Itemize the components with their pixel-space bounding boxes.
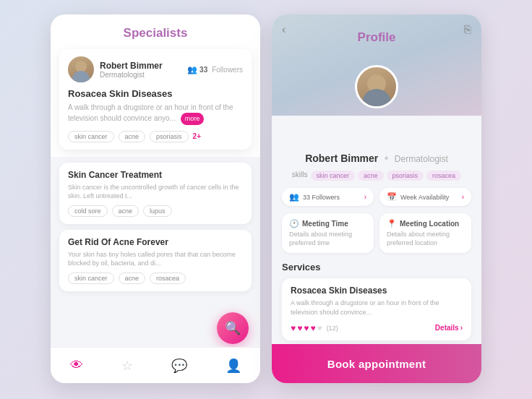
- bottom-nav: 👁 ☆ 💬 👤: [51, 347, 260, 383]
- heart-3: ♥: [304, 323, 309, 333]
- tag-psoriasis[interactable]: psoriasis: [150, 131, 189, 142]
- meeting-time-text: Details about meeting preferred time: [289, 231, 366, 247]
- location-icon: 📍: [387, 219, 397, 228]
- spec-name: Robert Bimmer: [100, 61, 163, 71]
- mini-card-2[interactable]: Get Rid Of Acne Forever Your skin has ti…: [59, 230, 252, 291]
- nav-profile[interactable]: 👤: [226, 358, 241, 374]
- skill-psoriasis[interactable]: psoriasis: [387, 171, 424, 181]
- heart-1: ♥: [291, 323, 296, 333]
- heart-2: ♥: [297, 323, 302, 333]
- screen-wrapper: Specialists Robert Bimmer Dermatologist …: [0, 0, 532, 399]
- meeting-time-box: 🕐 Meeting Time Details about meeting pre…: [282, 213, 374, 253]
- availability-icon: 📅: [387, 192, 397, 202]
- mini-card-2-title: Get Rid Of Acne Forever: [68, 237, 243, 247]
- mini-card-1[interactable]: Skin Cancer Treatment Skin cancer is the…: [59, 163, 252, 224]
- featured-article-title: Rosacea Skin Diseases: [68, 88, 243, 99]
- tag-rosacea[interactable]: rosacea: [150, 273, 186, 284]
- mini-card-2-text: Your skin has tiny holes called pores th…: [68, 250, 243, 268]
- spec-role: Dermatologist: [100, 71, 163, 79]
- search-fab[interactable]: 🔍: [217, 312, 249, 344]
- followers-pill-text: 33 Followers: [303, 194, 340, 201]
- heart-5: ♥: [317, 323, 322, 333]
- specialist-card[interactable]: Robert Bimmer Dermatologist 👥 33 Followe…: [59, 49, 252, 150]
- skill-acne[interactable]: acne: [358, 171, 384, 181]
- back-button[interactable]: ‹: [282, 23, 286, 36]
- service-1-footer: ♥ ♥ ♥ ♥ ♥ (12) Details ›: [291, 323, 463, 333]
- detail-row: 🕐 Meeting Time Details about meeting pre…: [282, 213, 471, 253]
- skill-skin-cancer[interactable]: skin cancer: [311, 171, 356, 181]
- profile-dot: •: [385, 152, 389, 164]
- profile-header: ‹ Profile ⎘: [272, 14, 481, 116]
- featured-article-excerpt: A walk through a drugstore or an hour in…: [68, 103, 243, 125]
- info-row: 👥 33 Followers › 📅 Week Availability ›: [282, 188, 471, 206]
- left-title: Specialists: [62, 26, 249, 40]
- more-link[interactable]: more: [181, 113, 205, 125]
- specialist-info: Robert Bimmer Dermatologist: [68, 56, 163, 82]
- clock-icon: 🕐: [289, 219, 299, 228]
- tag-cold-sore[interactable]: cold sore: [68, 205, 108, 217]
- nav-chat[interactable]: 💬: [171, 358, 187, 374]
- nav-home[interactable]: 👁: [70, 358, 83, 373]
- tag-skin-cancer[interactable]: skin cancer: [68, 131, 114, 142]
- skills-label: skills: [292, 171, 308, 181]
- meeting-time-title: 🕐 Meeting Time: [289, 219, 366, 228]
- avatar: [68, 56, 94, 82]
- profile-specialty: Dermatologist: [395, 154, 448, 164]
- share-button[interactable]: ⎘: [464, 23, 471, 36]
- tag-extra-count: 2+: [193, 132, 201, 140]
- followers-pill-arrow: ›: [364, 193, 366, 201]
- followers-label: Followers: [212, 66, 243, 74]
- search-icon: 🔍: [225, 320, 241, 336]
- followers-icon: 👥: [187, 65, 197, 74]
- availability-text: Week Availability: [400, 194, 449, 201]
- mini-card-1-tags: cold sore acne lupus: [68, 205, 243, 217]
- meeting-location-text: Details about meeting preferred location: [387, 231, 464, 247]
- mini-card-2-tags: skin cancer acne rosacea: [68, 273, 243, 284]
- left-panel: Specialists Robert Bimmer Dermatologist …: [51, 14, 260, 383]
- profile-header-controls: ‹ Profile ⎘: [272, 23, 481, 36]
- tag-acne-3[interactable]: acne: [119, 273, 146, 284]
- tag-acne[interactable]: acne: [119, 131, 146, 142]
- service-1-text: A walk through a drugstore or an hour in…: [291, 299, 463, 317]
- service-card-1[interactable]: Rosacea Skin Diseases A walk through a d…: [282, 278, 471, 340]
- left-header: Specialists Robert Bimmer Dermatologist …: [51, 14, 260, 157]
- meeting-location-title: 📍 Meeting Location: [387, 219, 464, 228]
- book-appointment-button[interactable]: Book appointment: [272, 344, 481, 383]
- skill-tags: skills skin cancer acne psoriasis rosace…: [282, 171, 471, 181]
- featured-tags: skin cancer acne psoriasis 2+: [68, 131, 243, 142]
- skill-rosacea[interactable]: rosacea: [426, 171, 461, 181]
- nav-star[interactable]: ☆: [121, 358, 133, 374]
- profile-avatar: [355, 65, 398, 108]
- services-label: Services: [282, 262, 471, 273]
- followers-count: 33: [200, 66, 207, 74]
- tag-acne-2[interactable]: acne: [112, 205, 140, 217]
- tag-skin-cancer-2[interactable]: skin cancer: [68, 273, 114, 284]
- specialist-header: Robert Bimmer Dermatologist 👥 33 Followe…: [68, 56, 243, 82]
- availability-pill[interactable]: 📅 Week Availability ›: [379, 188, 471, 206]
- profile-body: Robert Bimmer • Dermatologist skills ski…: [272, 116, 481, 383]
- details-button[interactable]: Details ›: [435, 324, 463, 332]
- availability-arrow: ›: [462, 193, 464, 201]
- rating-count: (12): [327, 325, 338, 332]
- rating-hearts: ♥ ♥ ♥ ♥ ♥ (12): [291, 323, 338, 333]
- profile-name: Robert Bimmer: [305, 153, 378, 164]
- mini-card-1-title: Skin Cancer Treatment: [68, 170, 243, 180]
- chevron-right-icon: ›: [460, 324, 463, 332]
- profile-name-row: Robert Bimmer • Dermatologist: [282, 152, 471, 165]
- service-1-title: Rosacea Skin Diseases: [291, 286, 463, 296]
- right-title: Profile: [358, 30, 396, 45]
- mini-card-1-text: Skin cancer is the uncontrolled growth o…: [68, 183, 243, 201]
- followers-badge: 👥 33 Followers: [187, 65, 243, 74]
- tag-lupus[interactable]: lupus: [143, 205, 172, 217]
- followers-pill-icon: 👥: [289, 192, 299, 202]
- spec-name-role: Robert Bimmer Dermatologist: [100, 61, 163, 79]
- right-panel: ‹ Profile ⎘ Robert Bimmer • Dermatologis…: [272, 14, 481, 383]
- followers-pill[interactable]: 👥 33 Followers ›: [282, 188, 374, 206]
- heart-4: ♥: [310, 323, 315, 333]
- meeting-location-box: 📍 Meeting Location Details about meeting…: [379, 213, 471, 253]
